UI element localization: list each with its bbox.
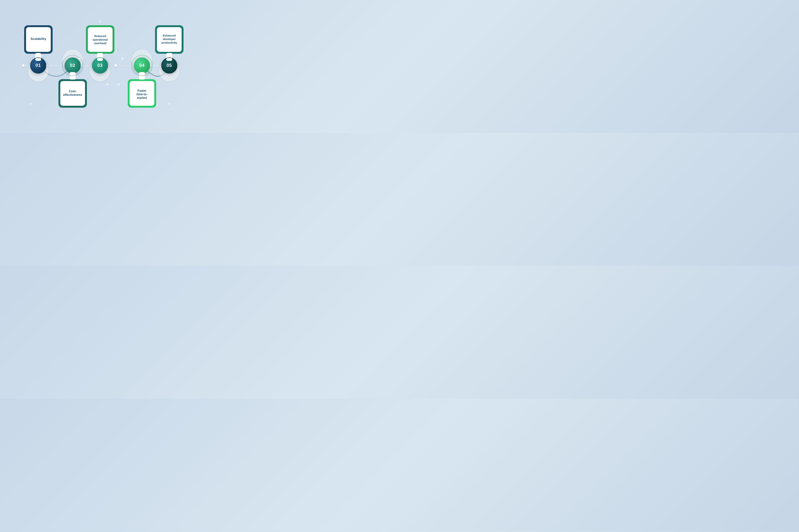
svg-rect-52 (97, 54, 103, 61)
svg-text:Scalability: Scalability (30, 37, 46, 41)
svg-rect-36 (35, 54, 41, 56)
svg-point-62 (134, 57, 150, 74)
svg-rect-69 (166, 54, 172, 61)
svg-point-15 (78, 58, 80, 59)
svg-text:developer: developer (163, 38, 175, 41)
svg-point-14 (88, 52, 90, 54)
svg-point-17 (122, 58, 124, 59)
svg-point-29 (159, 60, 180, 81)
svg-text:operational: operational (93, 38, 108, 41)
svg-point-31 (132, 50, 152, 71)
svg-point-27 (28, 60, 48, 81)
svg-rect-64 (155, 25, 184, 54)
svg-rect-81 (140, 78, 144, 79)
svg-point-24 (99, 21, 101, 22)
svg-rect-74 (166, 58, 172, 61)
svg-text:03: 03 (97, 63, 103, 68)
svg-point-25 (30, 103, 32, 104)
svg-point-19 (129, 83, 131, 85)
svg-line-12 (73, 47, 100, 65)
svg-point-10 (175, 64, 178, 67)
svg-point-0 (45, 64, 48, 67)
svg-point-4 (114, 64, 117, 67)
svg-rect-56 (130, 81, 154, 106)
svg-text:time-to-: time-to- (136, 93, 147, 96)
svg-rect-48 (88, 27, 113, 52)
svg-point-37 (30, 57, 46, 74)
svg-point-53 (92, 57, 108, 74)
svg-rect-60 (139, 72, 145, 79)
svg-rect-55 (128, 79, 156, 108)
svg-rect-73 (97, 58, 103, 61)
svg-point-30 (62, 50, 83, 71)
svg-point-44 (62, 55, 83, 76)
svg-rect-32 (24, 25, 53, 54)
svg-rect-40 (60, 81, 85, 106)
svg-text:Enhanced: Enhanced (163, 34, 175, 37)
infographic: Scalability 01 Cost- effectiveness 02 Re… (8, 6, 192, 126)
svg-point-26 (169, 103, 170, 104)
svg-rect-35 (35, 54, 41, 61)
svg-point-8 (22, 64, 24, 67)
svg-rect-39 (58, 79, 87, 108)
svg-point-20 (118, 83, 120, 85)
svg-rect-65 (157, 27, 182, 52)
svg-point-2 (79, 64, 82, 67)
svg-line-13 (100, 47, 142, 65)
svg-text:Faster: Faster (137, 89, 146, 92)
svg-point-6 (149, 64, 151, 67)
svg-rect-47 (86, 25, 114, 54)
connector-svg: Scalability 01 Cost- effectiveness 02 Re… (8, 6, 192, 126)
svg-rect-78 (97, 53, 103, 55)
svg-text:overhead: overhead (94, 41, 106, 45)
svg-rect-33 (26, 27, 51, 52)
svg-rect-75 (70, 72, 76, 75)
svg-text:01: 01 (35, 63, 41, 68)
svg-point-21 (107, 83, 108, 85)
svg-rect-43 (70, 72, 76, 79)
svg-rect-76 (139, 72, 145, 75)
svg-text:Reduced: Reduced (94, 35, 106, 38)
svg-point-70 (161, 57, 177, 74)
svg-rect-80 (70, 78, 75, 79)
svg-point-16 (110, 52, 112, 54)
svg-rect-77 (36, 53, 41, 55)
svg-text:04: 04 (139, 63, 145, 68)
svg-point-45 (64, 57, 81, 74)
svg-text:effectiveness: effectiveness (63, 93, 82, 96)
svg-text:Cost-: Cost- (69, 90, 76, 93)
svg-point-22 (23, 32, 25, 34)
svg-point-61 (132, 55, 152, 76)
svg-point-28 (90, 60, 110, 81)
svg-rect-72 (35, 58, 41, 61)
svg-text:market: market (137, 96, 147, 99)
svg-rect-79 (167, 53, 172, 55)
svg-text:02: 02 (70, 63, 75, 68)
svg-text:productivity: productivity (162, 41, 177, 44)
svg-text:05: 05 (166, 63, 172, 68)
svg-point-23 (178, 32, 180, 34)
